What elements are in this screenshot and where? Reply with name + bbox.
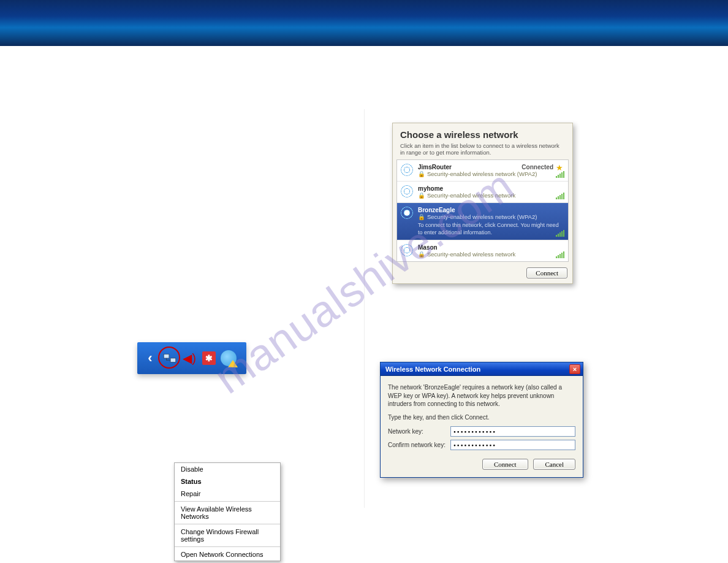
menu-separator	[175, 501, 280, 502]
lock-icon: 🔒	[418, 192, 425, 199]
network-list: JimsRouter Connected ★ 🔒Security-enabled…	[396, 159, 569, 262]
network-item[interactable]: JimsRouter Connected ★ 🔒Security-enabled…	[397, 160, 568, 182]
highlight-circle-icon	[158, 347, 180, 369]
menu-separator	[175, 524, 280, 524]
connect-button[interactable]: Connect	[482, 459, 528, 470]
network-security: Security-enabled wireless network (WPA2)	[427, 213, 537, 220]
tray-expand-icon[interactable]: ‹	[141, 349, 159, 367]
network-extra-info: To connect to this network, click Connec…	[418, 222, 563, 236]
network-name: Mason	[418, 244, 563, 251]
context-item-open-connections[interactable]: Open Network Connections	[175, 548, 280, 561]
network-security: Security-enabled wireless network	[427, 251, 515, 258]
signal-bars-icon	[556, 193, 564, 199]
tray-bluetooth-icon[interactable]: ✱	[200, 349, 218, 367]
lock-icon: 🔒	[418, 213, 425, 220]
context-item-disable[interactable]: Disable	[175, 463, 280, 475]
context-menu: Disable Status Repair View Available Wir…	[174, 462, 281, 561]
context-item-status[interactable]: Status	[175, 475, 280, 488]
header-banner	[0, 0, 728, 46]
close-icon[interactable]: ×	[569, 364, 580, 374]
panel-title: Choose a wireless network	[393, 123, 572, 142]
dialog-message-2: Type the key, and then click Connect.	[388, 413, 575, 422]
column-divider	[364, 109, 365, 508]
dialog-message-1: The network 'BronzeEagle' requires a net…	[388, 383, 575, 408]
tray-volume-icon[interactable]: ◀)	[180, 349, 199, 367]
network-item-selected[interactable]: BronzeEagle 🔒Security-enabled wireless n…	[397, 203, 568, 240]
menu-separator	[175, 546, 280, 547]
signal-bars-icon	[556, 171, 564, 178]
signal-bars-icon	[556, 230, 564, 237]
choose-network-panel: Choose a wireless network Click an item …	[392, 123, 573, 284]
cancel-button[interactable]: Cancel	[533, 459, 575, 470]
context-item-repair[interactable]: Repair	[175, 488, 280, 500]
signal-bars-icon	[556, 251, 564, 258]
network-key-input[interactable]	[450, 426, 575, 437]
network-item[interactable]: myhome 🔒Security-enabled wireless networ…	[397, 182, 568, 203]
context-item-view-networks[interactable]: View Available Wireless Networks	[175, 503, 280, 523]
connect-button[interactable]: Connect	[526, 267, 567, 278]
panel-subtitle: Click an item in the list below to conne…	[393, 142, 572, 159]
network-item[interactable]: Mason 🔒Security-enabled wireless network	[397, 240, 568, 261]
dialog-titlebar: Wireless Network Connection ×	[381, 362, 583, 376]
network-name: myhome	[418, 185, 563, 192]
confirm-key-input[interactable]	[450, 440, 575, 450]
tray-globe-icon[interactable]	[219, 349, 238, 367]
label-network-key: Network key:	[388, 428, 450, 435]
network-status: Connected	[521, 164, 553, 170]
lock-icon: 🔒	[418, 251, 425, 258]
context-item-firewall[interactable]: Change Windows Firewall settings	[175, 526, 280, 545]
lock-icon: 🔒	[418, 170, 425, 177]
network-security: Security-enabled wireless network (WPA2)	[427, 170, 537, 177]
network-security: Security-enabled wireless network	[427, 192, 515, 199]
network-key-dialog: Wireless Network Connection × The networ…	[380, 362, 583, 478]
network-name: BronzeEagle	[418, 207, 563, 213]
system-tray: ‹ ◀) ✱	[137, 342, 246, 374]
label-confirm-key: Confirm network key:	[388, 442, 450, 448]
dialog-title: Wireless Network Connection	[385, 366, 480, 373]
